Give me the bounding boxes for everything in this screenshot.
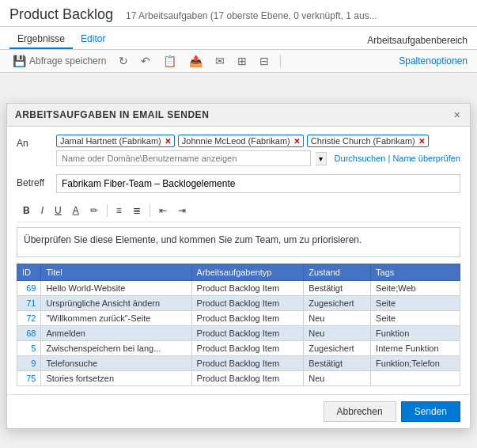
cell-tags: Seite (371, 296, 460, 311)
subject-label: Betreff (17, 174, 56, 188)
col-header-id: ID (17, 264, 41, 281)
modal-close-button[interactable]: × (452, 108, 462, 121)
to-label: An (17, 135, 56, 149)
cell-title: Stories fortsetzen (41, 371, 191, 386)
recipient-remove-1[interactable]: ✕ (165, 137, 171, 146)
cell-id[interactable]: 69 (17, 281, 41, 296)
editor-toolbar: B I U A ✏ ≡ ≣ ⇤ ⇥ (17, 199, 460, 222)
recipient-name-3: Christie Church (Fabrikam) (311, 136, 415, 146)
tab-ergebnisse[interactable]: Ergebnisse (9, 30, 73, 49)
recipient-tag-2: Johnnie McLeod (Fabrikam) ✕ (178, 135, 304, 147)
cell-id[interactable]: 68 (17, 326, 41, 341)
send-button[interactable]: Senden (401, 401, 460, 422)
recipient-tag-1: Jamal Hartnett (Fabrikam) ✕ (56, 135, 175, 147)
bold-button[interactable]: B (18, 203, 35, 218)
icon-8: ⊟ (259, 55, 269, 67)
indent-left-button[interactable]: ⇤ (154, 203, 172, 218)
cell-state: Zugesichert (304, 296, 371, 311)
save-query-button[interactable]: 💾 Abfrage speichern (9, 53, 109, 69)
icon-4: 📋 (163, 55, 176, 67)
bullet-list-button[interactable]: ≡ (112, 203, 127, 218)
spaltenoptionen-button[interactable]: Spaltenoptionen (399, 55, 468, 66)
save-icon: 💾 (13, 55, 26, 67)
top-bar: Product Backlog 17 Arbeitsaufgaben (17 o… (0, 0, 477, 27)
modal-header: ARBEITSAUFGABEN IN EMAIL SENDEN × (7, 104, 470, 127)
subject-input[interactable] (56, 174, 460, 193)
refresh-button[interactable]: ↻ (115, 53, 131, 69)
cell-state: Bestätigt (304, 281, 371, 296)
tab-editor[interactable]: Editor (73, 30, 113, 49)
table-header: ID Titel Arbeitsaufgabentyp Zustand Tags (17, 264, 460, 281)
cell-tags: Interne Funktion (371, 341, 460, 356)
recipient-links: Durchsuchen | Name überprüfen (335, 154, 460, 163)
cell-title: Telefonsuche (41, 356, 191, 371)
subject-field-content (56, 174, 460, 193)
modal-body: An Jamal Hartnett (Fabrikam) ✕ Johnnie M… (7, 127, 470, 394)
verify-link[interactable]: Name überprüfen (392, 154, 460, 163)
icon-7: ⊞ (237, 55, 247, 67)
highlight-button[interactable]: ✏ (85, 203, 103, 218)
cell-type: Product Backlog Item (191, 356, 304, 371)
underline-button[interactable]: U (50, 203, 66, 218)
cell-type: Product Backlog Item (191, 296, 304, 311)
cell-state: Neu (304, 311, 371, 326)
to-field-content: Jamal Hartnett (Fabrikam) ✕ Johnnie McLe… (56, 135, 460, 168)
cell-title: Ursprüngliche Ansicht ändern (41, 296, 191, 311)
undo-icon: ↶ (141, 55, 150, 67)
cell-state: Zugesichert (304, 341, 371, 356)
cell-tags: Seite;Web (371, 281, 460, 296)
editor-sep-1 (107, 204, 108, 217)
cell-id[interactable]: 75 (17, 371, 41, 386)
col-header-tags: Tags (371, 264, 460, 281)
cell-id[interactable]: 9 (17, 356, 41, 371)
cell-title: Hello World-Website (41, 281, 191, 296)
undo-button[interactable]: ↶ (138, 53, 153, 69)
icon-5: 📤 (189, 55, 203, 67)
cell-title: Zwischenspeichern bei lang... (41, 341, 191, 356)
email-button[interactable]: ✉ (212, 53, 228, 69)
cell-type: Product Backlog Item (191, 341, 304, 356)
button-7[interactable]: ⊞ (234, 53, 250, 69)
font-color-button[interactable]: A (68, 203, 84, 218)
modal-title: ARBEITSAUFGABEN IN EMAIL SENDEN (15, 109, 209, 120)
cell-type: Product Backlog Item (191, 311, 304, 326)
cell-id[interactable]: 5 (17, 341, 41, 356)
col-header-state: Zustand (304, 264, 371, 281)
search-link[interactable]: Durchsuchen (335, 154, 386, 163)
cell-id[interactable]: 71 (17, 296, 41, 311)
cell-type: Product Backlog Item (191, 326, 304, 341)
table-row: 69 Hello World-Website Product Backlog I… (17, 281, 460, 296)
cell-tags: Seite (371, 311, 460, 326)
button-8[interactable]: ⊟ (256, 53, 272, 69)
work-items-table: ID Titel Arbeitsaufgabentyp Zustand Tags… (17, 264, 460, 386)
button-4[interactable]: 📋 (160, 53, 180, 69)
table-row: 75 Stories fortsetzen Product Backlog It… (17, 371, 460, 386)
recipient-remove-2[interactable]: ✕ (293, 137, 300, 146)
modal-footer: Abbrechen Senden (7, 394, 470, 428)
email-body[interactable]: Überprüfen Sie diese Elemente, und komme… (17, 227, 460, 257)
table-row: 68 Anmelden Product Backlog Item Neu Fun… (17, 326, 460, 341)
table-row: 72 "Willkommen zurück"-Seite Product Bac… (17, 311, 460, 326)
button-5[interactable]: 📤 (186, 53, 206, 69)
table-row: 5 Zwischenspeichern bei lang... Product … (17, 341, 460, 356)
cancel-button[interactable]: Abbrechen (324, 401, 396, 422)
recipient-input[interactable] (56, 150, 311, 166)
email-modal: ARBEITSAUFGABEN IN EMAIL SENDEN × An Jam… (6, 103, 471, 429)
numbered-list-button[interactable]: ≣ (128, 203, 146, 218)
table-body: 69 Hello World-Website Product Backlog I… (17, 281, 460, 386)
email-icon: ✉ (215, 55, 225, 67)
cell-tags: Funktion (371, 326, 460, 341)
tabs-bar: Ergebnisse Editor Arbeitsaufgabenbereich (0, 27, 477, 50)
to-field-row: An Jamal Hartnett (Fabrikam) ✕ Johnnie M… (17, 135, 460, 168)
cell-id[interactable]: 72 (17, 311, 41, 326)
toolbar-separator (280, 55, 281, 67)
recipient-remove-3[interactable]: ✕ (418, 137, 425, 146)
cell-title: Anmelden (41, 326, 191, 341)
recipient-dropdown-button[interactable]: ▾ (316, 152, 327, 165)
recipient-tag-3: Christie Church (Fabrikam) ✕ (307, 135, 429, 147)
italic-button[interactable]: I (36, 203, 48, 218)
cell-state: Neu (304, 371, 371, 386)
indent-right-button[interactable]: ⇥ (173, 203, 191, 218)
recipient-name-2: Johnnie McLeod (Fabrikam) (182, 136, 290, 146)
page-title: Product Backlog (9, 6, 113, 23)
